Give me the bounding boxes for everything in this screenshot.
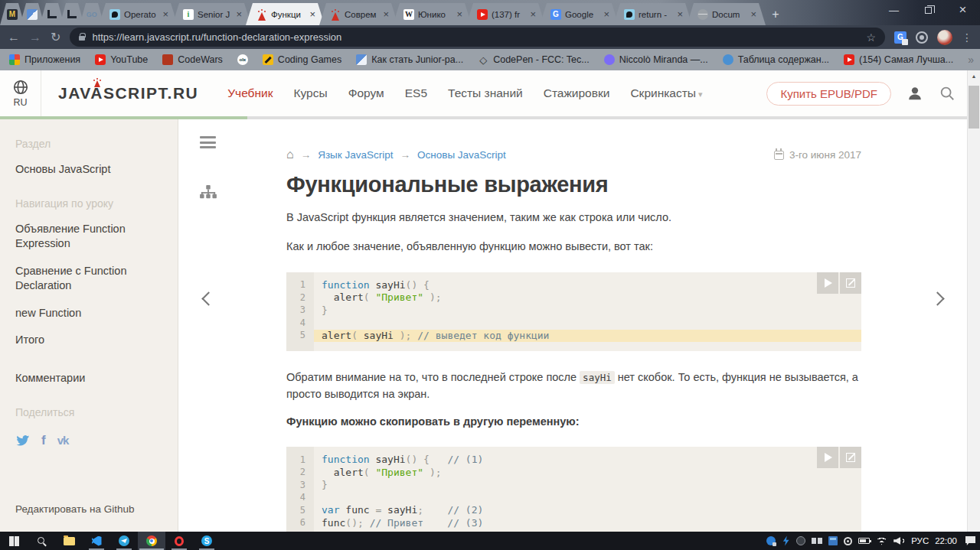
sidebar-link[interactable]: Основы JavaScript (15, 162, 162, 177)
sitemap-icon[interactable] (200, 185, 217, 200)
bookmark-item[interactable]: (154) Самая Лучша... (844, 54, 953, 65)
edit-on-github-link[interactable]: Редактировать на Github (15, 503, 135, 515)
skype-taskbar-button[interactable] (193, 532, 220, 550)
tab-item[interactable]: Docum× (687, 3, 766, 25)
opera-taskbar-button[interactable] (165, 532, 193, 550)
nav-item[interactable]: Скринкасты ▾ (630, 86, 702, 100)
thunder-icon[interactable] (782, 536, 790, 546)
tab-close-button[interactable]: × (750, 9, 756, 19)
tab-active[interactable]: Функци× (246, 3, 325, 25)
scrollbar-up-arrow[interactable]: ▲ (968, 70, 980, 82)
vk-icon[interactable]: vk (57, 434, 69, 446)
translate-extension-icon[interactable]: G (894, 31, 906, 44)
profile-avatar[interactable] (937, 30, 952, 45)
language-switcher[interactable]: RU (0, 70, 41, 116)
clock[interactable]: 22:00 (935, 536, 957, 545)
app-window-blue-icon[interactable] (828, 536, 838, 545)
explorer-taskbar-button[interactable] (55, 532, 83, 550)
chrome-taskbar-button[interactable] (138, 532, 165, 550)
volume-icon[interactable] (893, 536, 905, 545)
scrollbar-thumb[interactable] (969, 86, 979, 129)
address-bar[interactable]: https://learn.javascript.ru/function-dec… (70, 28, 885, 47)
close-window-button[interactable]: × (946, 0, 980, 20)
buy-epub-button[interactable]: Купить EPUB/PDF (766, 82, 891, 106)
tab-item[interactable]: return -× (613, 3, 692, 25)
bookmark-item[interactable]: YouTube (95, 54, 148, 65)
tab-item[interactable]: (137) fr× (466, 3, 545, 25)
back-button[interactable]: ← (8, 31, 20, 44)
next-lesson-chevron[interactable] (930, 291, 944, 305)
sidebar-link[interactable]: Комментарии (15, 371, 162, 386)
tab-close-button[interactable]: × (309, 9, 315, 19)
tab-close-button[interactable]: × (530, 9, 536, 19)
bookmarks-overflow-chevron[interactable]: » (968, 54, 974, 66)
bookmark-item[interactable] (237, 54, 248, 65)
restore-button[interactable] (911, 0, 946, 20)
breadcrumb-link[interactable]: Основы JavaScript (417, 149, 506, 161)
tab-close-button[interactable]: × (383, 9, 389, 19)
reload-button[interactable]: ↻ (51, 31, 60, 44)
tab-close-button[interactable]: × (603, 9, 609, 19)
prev-lesson-chevron[interactable] (201, 291, 215, 305)
home-icon[interactable]: ⌂ (286, 148, 294, 161)
forward-button[interactable]: → (29, 31, 41, 44)
sidebar-link[interactable]: new Function (15, 306, 162, 321)
nav-item[interactable]: ES5 (405, 86, 427, 100)
nav-item[interactable]: Стажировки (544, 86, 610, 100)
toc-hamburger-icon[interactable] (200, 136, 216, 151)
displays-icon[interactable] (812, 538, 822, 545)
tab-close-button[interactable]: × (677, 9, 683, 19)
tab-item[interactable]: Senior J× (172, 3, 251, 25)
bookmark-item[interactable]: Приложения (9, 54, 80, 65)
bookmark-star-icon[interactable]: ☆ (866, 31, 876, 44)
bookmark-item[interactable]: Niccolò Miranda —... (604, 54, 708, 65)
page-scrollbar[interactable]: ▲ (967, 70, 980, 532)
tab-item[interactable]: Соврем× (319, 3, 398, 25)
bookmark-item[interactable]: Как стать Junior-ра... (356, 54, 463, 65)
nav-item[interactable]: Тесты знаний (448, 86, 523, 100)
twitter-icon[interactable] (15, 432, 30, 449)
tab-item[interactable]: Google× (540, 3, 619, 25)
search-taskbar-button[interactable] (28, 532, 55, 550)
run-button[interactable] (817, 447, 838, 468)
tab-close-button[interactable]: × (456, 9, 462, 19)
telegram-taskbar-button[interactable] (110, 532, 138, 550)
new-tab-button[interactable]: + (764, 6, 787, 23)
bookmark-item[interactable]: Таблица содержан... (723, 54, 829, 65)
tab-item[interactable]: Operato× (99, 3, 178, 25)
action-center-icon[interactable] (965, 536, 975, 545)
steelseries-icon[interactable] (844, 537, 852, 545)
edit-button[interactable] (840, 272, 861, 294)
bookmark-item[interactable]: Coding Games (263, 54, 341, 65)
app-dot-blue-icon[interactable] (766, 536, 776, 545)
breadcrumb-link[interactable]: Язык JavaScript (318, 149, 393, 161)
sidebar-link[interactable]: Сравнение с Function Declaration (15, 264, 162, 294)
browser-menu-icon[interactable]: ⋮ (962, 31, 972, 44)
sidebar-link[interactable]: Итого (15, 333, 162, 348)
tab-close-button[interactable]: × (162, 9, 168, 19)
keyboard-language[interactable]: РУС (911, 536, 929, 545)
vscode-taskbar-button[interactable] (83, 532, 110, 550)
pinned-tab[interactable] (60, 3, 84, 25)
user-icon[interactable] (906, 85, 923, 102)
tab-close-button[interactable]: × (236, 9, 242, 19)
app-dot-dark-icon[interactable] (796, 536, 805, 545)
extension-icon[interactable] (916, 31, 928, 44)
nav-item[interactable]: Курсы (294, 86, 328, 100)
nav-item[interactable]: Форум (348, 86, 384, 100)
minimize-button[interactable]: — (877, 0, 911, 20)
pinned-tab[interactable] (40, 3, 64, 25)
wifi-icon[interactable] (876, 537, 887, 545)
sidebar-link[interactable]: Объявление Function Expression (15, 222, 162, 252)
bookmark-item[interactable]: CodePen - FCC: Tec... (478, 54, 590, 65)
bookmark-item[interactable]: CodeWars (162, 54, 223, 65)
run-button[interactable] (817, 272, 838, 294)
battery-icon[interactable] (858, 538, 870, 544)
search-icon[interactable] (939, 85, 956, 102)
edit-button[interactable] (840, 447, 861, 468)
url-text[interactable]: https://learn.javascript.ru/function-dec… (92, 31, 859, 43)
site-logo[interactable]: JAVASCRIPT.RU (58, 84, 198, 103)
facebook-icon[interactable]: f (41, 434, 46, 447)
tab-item[interactable]: Юнико× (393, 3, 472, 25)
start-taskbar-button[interactable] (0, 532, 28, 550)
